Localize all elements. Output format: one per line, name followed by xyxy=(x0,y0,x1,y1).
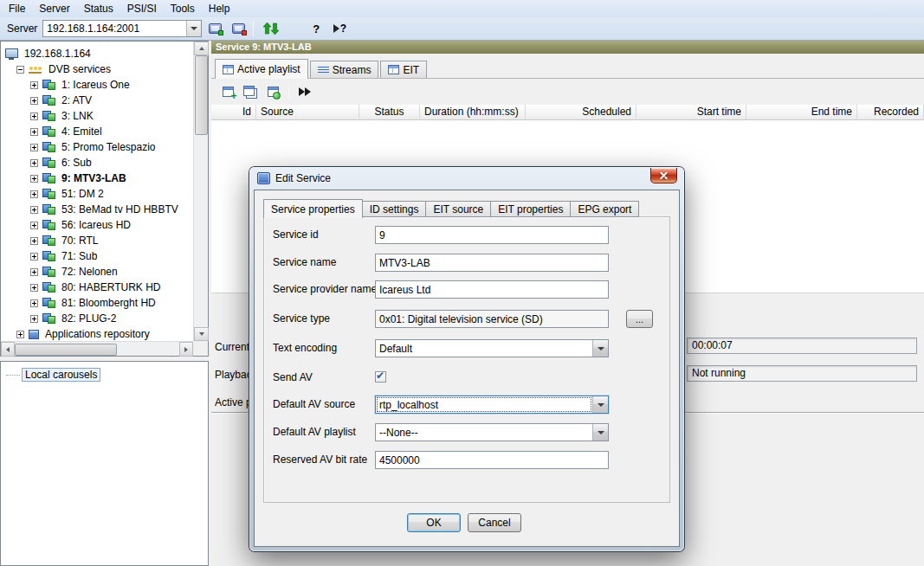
column-header-id[interactable]: Id xyxy=(211,105,256,120)
tree-item-service[interactable]: 3: LNK xyxy=(1,108,193,124)
chevron-down-icon[interactable] xyxy=(186,21,201,36)
default-av-playlist-select[interactable]: --None-- xyxy=(375,423,609,441)
text-encoding-select[interactable]: Default xyxy=(375,339,609,357)
menu-file[interactable]: File xyxy=(2,1,32,16)
skip-to-next-button[interactable] xyxy=(294,81,316,102)
tree-item-service-selected[interactable]: 9: MTV3-LAB xyxy=(1,170,193,186)
tree-item-service[interactable]: 72: Nelonen xyxy=(1,264,193,280)
tree-item-server-root[interactable]: 192.168.1.164 xyxy=(1,46,193,61)
tree-item-label: 9: MTV3-LAB xyxy=(60,172,128,184)
expand-icon[interactable] xyxy=(30,144,38,151)
expand-icon[interactable] xyxy=(30,159,38,167)
menu-help[interactable]: Help xyxy=(202,1,237,16)
tab-eit-properties[interactable]: EIT properties xyxy=(491,201,571,217)
add-multiple-entries-button[interactable] xyxy=(239,81,262,102)
tree-item-dvb-services[interactable]: DVB services xyxy=(1,61,193,77)
cancel-button[interactable]: Cancel xyxy=(468,513,521,532)
tree-item-local-carousels[interactable]: Local carousels xyxy=(6,368,100,382)
column-header-end-time[interactable]: End time xyxy=(746,105,857,120)
default-av-source-select[interactable]: rtp_localhost xyxy=(375,396,609,414)
scroll-left-button[interactable] xyxy=(1,342,15,357)
expand-icon[interactable] xyxy=(16,331,24,338)
connect-button[interactable] xyxy=(204,19,225,39)
expand-icon[interactable] xyxy=(30,299,38,307)
tab-id-settings[interactable]: ID settings xyxy=(363,201,427,217)
tree-item-service[interactable]: 71: Sub xyxy=(1,248,193,264)
server-address-combobox[interactable]: 192.168.1.164:2001 xyxy=(42,20,202,37)
dialog-titlebar[interactable]: Edit Service xyxy=(249,167,684,190)
column-header-start-time[interactable]: Start time xyxy=(636,105,746,120)
expand-icon[interactable] xyxy=(30,206,38,214)
tree-item-service[interactable]: 1: Icareus One xyxy=(1,77,193,93)
tree-item-applications-repository[interactable]: Applications repository xyxy=(1,326,193,342)
tree-item-service[interactable]: 81: Bloomberght HD xyxy=(1,295,193,311)
tree-horizontal-scrollbar[interactable] xyxy=(1,341,193,356)
tree-item-service[interactable]: 2: ATV xyxy=(1,93,193,108)
close-button[interactable] xyxy=(650,168,677,183)
send-av-checkbox[interactable] xyxy=(375,371,386,383)
tab-service-properties[interactable]: Service properties xyxy=(263,199,363,218)
chevron-down-icon[interactable] xyxy=(592,396,608,413)
expand-icon[interactable] xyxy=(30,284,38,292)
menu-server[interactable]: Server xyxy=(32,1,76,16)
tree-item-service[interactable]: 82: PLUG-2 xyxy=(1,311,193,326)
menu-tools[interactable]: Tools xyxy=(164,1,202,16)
tree-item-label: Applications repository xyxy=(43,328,152,340)
expand-icon[interactable] xyxy=(30,190,38,198)
disconnect-button[interactable] xyxy=(228,19,249,39)
tree-item-service[interactable]: 56: Icareus HD xyxy=(1,217,193,233)
expand-icon[interactable] xyxy=(30,128,38,136)
expand-icon[interactable] xyxy=(30,175,38,183)
tab-epg-export[interactable]: EPG export xyxy=(571,201,639,217)
column-header-source[interactable]: Source xyxy=(256,105,359,120)
provider-name-input[interactable] xyxy=(375,280,609,299)
column-header-scheduled[interactable]: Scheduled xyxy=(526,105,636,120)
column-header-status[interactable]: Status xyxy=(359,105,420,120)
scroll-up-button[interactable] xyxy=(194,42,209,55)
add-stream-entry-button[interactable] xyxy=(262,81,284,102)
refresh-button[interactable] xyxy=(261,19,281,39)
tab-eit-source[interactable]: EIT source xyxy=(426,201,491,217)
tab-streams[interactable]: Streams xyxy=(310,61,379,78)
vertical-scrollbar-thumb[interactable] xyxy=(195,55,208,135)
service-id-input[interactable] xyxy=(375,226,609,244)
scroll-right-button[interactable] xyxy=(179,342,193,357)
tree-item-service[interactable]: 6: Sub xyxy=(1,155,193,170)
expand-icon[interactable] xyxy=(30,268,38,276)
collapse-icon[interactable] xyxy=(16,66,24,74)
expand-icon[interactable] xyxy=(30,97,38,105)
expand-icon[interactable] xyxy=(30,113,38,120)
tree-item-service[interactable]: 51: DM 2 xyxy=(1,186,193,202)
menu-psi-si[interactable]: PSI/SI xyxy=(120,1,164,16)
expand-icon[interactable] xyxy=(30,237,38,245)
ok-button[interactable]: OK xyxy=(407,513,461,532)
column-header-duration[interactable]: Duration (hh:mm:ss) xyxy=(420,105,526,120)
scroll-down-button[interactable] xyxy=(194,327,209,341)
expand-icon[interactable] xyxy=(30,81,38,89)
expand-icon[interactable] xyxy=(30,222,38,229)
tree-item-service[interactable]: 80: HABERTURK HD xyxy=(1,280,193,295)
tree-item-service[interactable]: 70: RTL xyxy=(1,233,193,248)
chevron-down-icon[interactable] xyxy=(592,424,608,441)
tree-item-service[interactable]: 5: Promo Telespazio xyxy=(1,139,193,155)
context-help-button[interactable] xyxy=(329,19,350,39)
tree-vertical-scrollbar[interactable] xyxy=(193,42,208,341)
server-label: Server xyxy=(7,23,37,35)
tree-item-service[interactable]: 53: BeMad tv HD HBBTV xyxy=(1,202,193,217)
reserved-av-bit-rate-input[interactable] xyxy=(375,451,609,469)
toolbar-separator xyxy=(253,21,254,36)
chevron-down-icon[interactable] xyxy=(592,340,608,357)
menu-status[interactable]: Status xyxy=(77,1,120,16)
tree-item-service[interactable]: 4: Emitel xyxy=(1,124,193,139)
tab-eit[interactable]: EIT xyxy=(380,61,427,78)
horizontal-scrollbar-thumb[interactable] xyxy=(15,344,117,356)
service-name-input[interactable] xyxy=(375,254,609,272)
tab-active-playlist[interactable]: Active playlist xyxy=(215,59,308,79)
expand-icon[interactable] xyxy=(30,253,38,260)
help-button[interactable]: ? xyxy=(306,19,326,39)
browse-service-type-button[interactable]: ... xyxy=(626,310,653,328)
service-type-input[interactable] xyxy=(375,310,609,328)
column-header-recorded[interactable]: Recorded xyxy=(857,105,924,120)
add-playlist-entry-button[interactable] xyxy=(216,81,239,102)
expand-icon[interactable] xyxy=(30,315,38,323)
